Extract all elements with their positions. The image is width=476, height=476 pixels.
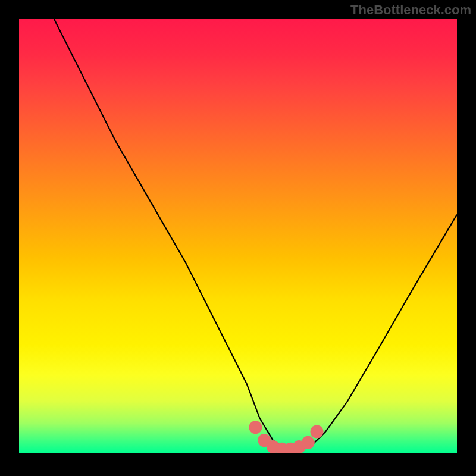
- highlight-dot: [311, 425, 324, 439]
- watermark-text: TheBottleneck.com: [350, 2, 471, 18]
- chart-svg: [19, 19, 457, 453]
- highlight-dots-group: [249, 421, 323, 453]
- highlight-dot: [302, 436, 315, 449]
- highlight-dot: [249, 421, 262, 434]
- chart-plot-area: [19, 19, 457, 453]
- bottleneck-curve-line: [54, 19, 457, 449]
